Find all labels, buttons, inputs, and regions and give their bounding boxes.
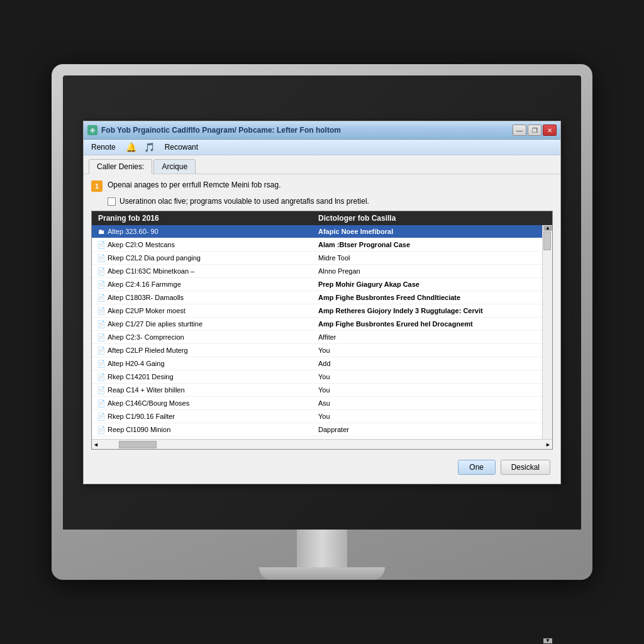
list-row[interactable]: 📄 Akep C1/27 Die aplies sturttine Amp Fi…	[92, 318, 542, 331]
tab-bar: Caller Denies: Arcique	[84, 155, 560, 174]
file-icon: 📄	[97, 333, 106, 341]
list-row[interactable]: 📄 Reep Foil N8PL Riichl Foade	[92, 436, 542, 439]
info-row: 1 Openai anages to per errfull Remcte Me…	[91, 180, 553, 192]
menu-icon-1: 🔔	[126, 142, 136, 152]
folder-icon: 🖿	[97, 227, 106, 236]
list-cell-value: Amp Fighe Busbrontes Erured hel Drocagne…	[317, 319, 538, 329]
checkbox[interactable]	[108, 197, 116, 206]
file-icon: 📄	[97, 425, 106, 434]
list-cell-value: Afapic Noee Imefiboral	[317, 226, 538, 236]
list-cell-name: 📄 Akep C1/27 Die aplies sturttine	[96, 319, 317, 329]
list-cell-value: You	[317, 345, 538, 355]
dialog-title: Fob Yob Prgainotic Cadiflfo Pnagram/ Pob…	[101, 126, 509, 135]
file-icon: 📄	[97, 372, 106, 381]
list-cell-name: 📄 Ahep C2:3- Comprrecion	[96, 332, 317, 342]
file-icon: 📄	[97, 267, 106, 275]
restore-button[interactable]: ❐	[528, 125, 541, 136]
file-icon: 📄	[97, 280, 106, 289]
list-row[interactable]: 🖿 Altep 323.60- 90 Afapic Noee Imefibora…	[92, 225, 542, 238]
primary-button[interactable]: One	[458, 460, 496, 475]
vertical-scrollbar[interactable]: ▲ ▼	[542, 225, 552, 439]
list-cell-name: 📄 Rkep C2L2 Dia pourd panging	[96, 253, 317, 263]
list-row[interactable]: 📄 Akep C2:4.16 Farmmge Prep Mohir Giagur…	[92, 278, 542, 291]
file-icon: 📄	[97, 319, 106, 328]
title-bar: ❉ Fob Yob Prgainotic Cadiflfo Pnagram/ P…	[84, 121, 560, 140]
list-row[interactable]: 📄 Rkep C14201 Desing You	[92, 370, 542, 384]
list-row[interactable]: 📄 Aftep C2LP Rieled Muterg You	[92, 344, 542, 357]
file-icon: 📄	[97, 399, 106, 408]
title-bar-buttons: — ❐ ✕	[513, 125, 557, 136]
list-header: Praning fob 2016 Dictologer fob Casilla	[92, 211, 552, 225]
list-row[interactable]: 📄 Akep C2I:O Mestcans Alam :Btser Progro…	[92, 238, 542, 252]
list-cell-name: 🖿 Altep 323.60- 90	[96, 226, 317, 236]
checkbox-row[interactable]: Useratinon olac five; programs voulable …	[108, 197, 553, 206]
monitor-stand-base	[259, 567, 385, 580]
monitor-screen: ❉ Fob Yob Prgainotic Cadiflfo Pnagram/ P…	[63, 75, 581, 530]
list-row[interactable]: 📄 Akep C2UP Moker moest Amp Retheres Gio…	[92, 304, 542, 318]
list-cell-name: 📄 Reep Foil N8PL	[96, 438, 317, 439]
program-list: Praning fob 2016 Dictologer fob Casilla …	[91, 211, 553, 450]
list-row[interactable]: 📄 Aitep C1803R- Damaolls Amp Fighe Busbr…	[92, 291, 542, 304]
list-row[interactable]: 📄 Reap C14 + Witer bhillen You	[92, 384, 542, 397]
col1-header: Praning fob 2016	[96, 213, 316, 223]
menu-item-renote[interactable]: Renote	[89, 142, 118, 153]
list-row[interactable]: 📄 Akep C146C/Bourg Moses Asu	[92, 397, 542, 410]
secondary-button[interactable]: Desickal	[501, 460, 550, 475]
list-cell-value: You	[317, 385, 538, 395]
file-icon: 📄	[97, 412, 106, 421]
list-row[interactable]: 📄 Altep H20-4 Gaing Add	[92, 357, 542, 370]
list-row[interactable]: 📄 Rkep C2L2 Dia pourd panging Midre Tool	[92, 252, 542, 265]
list-cell-value: Dapprater	[317, 425, 538, 435]
info-text: Openai anages to per errfull Remcte Mein…	[108, 180, 280, 189]
file-icon: 📄	[97, 438, 106, 439]
close-button[interactable]: ✕	[543, 125, 557, 136]
list-cell-value: Midre Tool	[317, 253, 538, 263]
tab-caller-denies[interactable]: Caller Denies:	[89, 159, 152, 174]
file-icon: 📄	[97, 386, 106, 394]
horizontal-scrollbar[interactable]: ◄ ►	[92, 439, 552, 449]
list-cell-value: You	[317, 372, 538, 382]
scroll-indicator	[536, 213, 548, 223]
monitor: ❉ Fob Yob Prgainotic Cadiflfo Pnagram/ P…	[52, 64, 592, 580]
menu-icon-2: 🎵	[144, 142, 155, 152]
list-row[interactable]: 📄 Ahep C2:3- Comprrecion Affiter	[92, 331, 542, 344]
list-cell-value: Alnno Pregan	[317, 266, 538, 276]
list-cell-name: 📄 Reap C14 + Witer bhillen	[96, 385, 317, 395]
step-badge: 1	[91, 180, 103, 192]
file-icon: 📄	[97, 253, 106, 262]
list-cell-value: Alam :Btser Progronal Case	[317, 240, 538, 250]
list-row[interactable]: 📄 Abep C1I:63C Mbinetkoan – Alnno Pregan	[92, 265, 542, 278]
list-cell-name: 📄 Aitep C1803R- Damaolls	[96, 292, 317, 303]
list-cell-name: 📄 Altep H20-4 Gaing	[96, 358, 317, 369]
menu-bar: Renote 🔔 🎵 Recowant	[84, 140, 560, 155]
file-icon: 📄	[97, 346, 106, 355]
menu-item-recowant[interactable]: Recowant	[162, 142, 201, 153]
list-cell-value: Affiter	[317, 332, 538, 342]
list-cell-value: You	[317, 411, 538, 421]
list-cell-name: 📄 Rkep C1/90.16 Failter	[96, 411, 317, 421]
checkbox-label: Useratinon olac five; programs voulable …	[119, 197, 369, 206]
list-row[interactable]: 📄 Reep CI1090 Minion Dapprater	[92, 423, 542, 436]
dialog-window: ❉ Fob Yob Prgainotic Cadiflfo Pnagram/ P…	[83, 121, 561, 484]
list-cell-name: 📄 Akep C146C/Bourg Moses	[96, 398, 317, 408]
file-icon: 📄	[97, 293, 106, 302]
list-cell-name: 📄 Akep C2UP Moker moest	[96, 306, 317, 316]
list-cell-value: Prep Mohir Giagury Akap Case	[317, 279, 538, 289]
list-cell-value: Add	[317, 358, 538, 369]
file-icon: 📄	[97, 359, 106, 368]
list-cell-name: 📄 Rkep C14201 Desing	[96, 372, 317, 382]
file-icon: 📄	[97, 240, 106, 249]
hscroll-thumb	[119, 441, 157, 448]
list-row[interactable]: 📄 Rkep C1/90.16 Failter You	[92, 410, 542, 423]
dialog-body: 1 Openai anages to per errfull Remcte Me…	[84, 174, 560, 484]
list-cell-name: 📄 Akep C2:4.16 Farmmge	[96, 279, 317, 289]
list-cell-name: 📄 Abep C1I:63C Mbinetkoan –	[96, 266, 317, 276]
list-cell-value: Riichl Foade	[317, 438, 538, 439]
app-icon: ❉	[87, 125, 97, 135]
tab-arcique[interactable]: Arcique	[153, 159, 196, 174]
list-cell-name: 📄 Aftep C2LP Rieled Muterg	[96, 345, 317, 355]
minimize-button[interactable]: —	[513, 125, 526, 136]
list-body: 🖿 Altep 323.60- 90 Afapic Noee Imefibora…	[92, 225, 542, 439]
list-cell-name: 📄 Reep CI1090 Minion	[96, 425, 317, 435]
button-row: One Desickal	[91, 456, 553, 477]
